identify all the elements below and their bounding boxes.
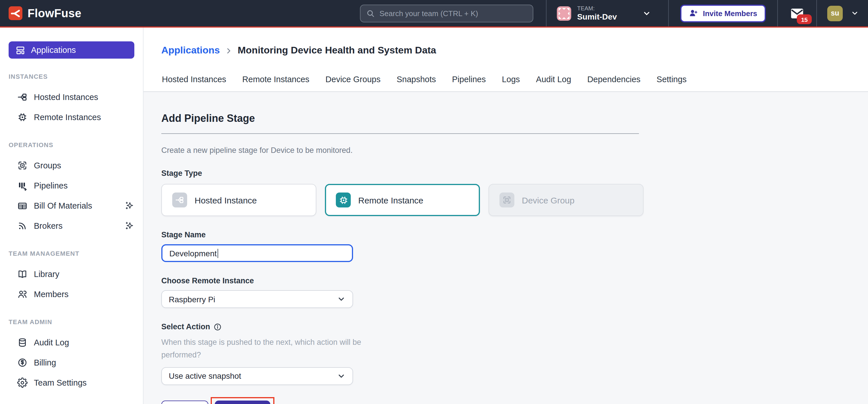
applications-icon [15, 45, 25, 55]
action-select[interactable]: Use active snapshot [161, 367, 353, 385]
sparkles-icon [124, 221, 134, 230]
sidebar-item-remote-instances[interactable]: Remote Instances [0, 107, 143, 127]
rss-icon [17, 221, 28, 231]
tab-settings[interactable]: Settings [648, 67, 694, 91]
topbar: FlowFuse [0, 0, 868, 28]
tab-hosted-instances[interactable]: Hosted Instances [154, 67, 234, 91]
hosted-instance-icon [172, 193, 187, 207]
sidebar-item-label: Members [34, 289, 69, 298]
add-stage-button[interactable]: Add Stage [215, 400, 271, 404]
sidebar-list: Audit Log Billing Team S [0, 332, 143, 393]
tab-snapshots[interactable]: Snapshots [389, 67, 444, 91]
chip-icon [17, 112, 28, 122]
table-icon [17, 200, 28, 211]
tab-pipelines[interactable]: Pipelines [444, 67, 494, 91]
tab-dependencies[interactable]: Dependencies [579, 67, 648, 91]
select-action-help: When this stage is pushed to the next, w… [161, 336, 362, 362]
form-actions: Cancel Add Stage [161, 397, 868, 404]
hosted-instance-icon [17, 92, 28, 102]
invite-members-label: Invite Members [703, 9, 757, 18]
tab-audit-log[interactable]: Audit Log [528, 67, 579, 91]
stage-type-option-label: Device Group [522, 195, 575, 205]
sidebar-item-label: Applications [31, 46, 76, 55]
brand-name: FlowFuse [28, 7, 82, 20]
annotation-highlight-box: Add Stage [211, 397, 275, 404]
stage-type-remote-instance[interactable]: Remote Instance [325, 184, 480, 216]
pipelines-icon [17, 180, 28, 191]
select-action-text: Select Action [161, 322, 210, 331]
page-title: Monitoring Device Health and System Data [238, 45, 436, 56]
user-avatar: su [827, 5, 843, 21]
book-icon [17, 269, 28, 279]
tab-remote-instances[interactable]: Remote Instances [234, 67, 317, 91]
flowfuse-logo-icon [9, 6, 22, 20]
remote-instance-label: Choose Remote Instance [161, 277, 868, 285]
stage-type-option-label: Remote Instance [358, 195, 423, 205]
chevron-down-icon [337, 295, 346, 304]
flowfuse-app: FlowFuse [0, 0, 868, 404]
device-group-icon [17, 160, 28, 170]
sidebar-list: Library Members [0, 264, 143, 304]
sidebar-item-members[interactable]: Members [0, 284, 143, 304]
team-label: TEAM: [577, 5, 617, 12]
sidebar-list: Hosted Instances Remote Instances [0, 87, 143, 127]
tab-device-groups[interactable]: Device Groups [317, 67, 389, 91]
chip-icon [336, 193, 351, 207]
sidebar-section-instances: INSTANCES [9, 73, 143, 80]
user-plus-icon [689, 9, 699, 18]
stage-type-hosted-instance[interactable]: Hosted Instance [161, 184, 316, 216]
breadcrumb: Applications Monitoring Device Health an… [161, 45, 436, 56]
sidebar-item-label: Pipelines [34, 181, 134, 190]
action-value: Use active snapshot [169, 371, 241, 380]
sidebar-section-team-management: TEAM MANAGEMENT [9, 250, 143, 257]
sidebar-item-label: Remote Instances [34, 112, 101, 121]
sidebar-item-brokers[interactable]: Brokers [0, 215, 143, 236]
flowfuse-logo[interactable]: FlowFuse [9, 0, 82, 26]
stage-name-input[interactable]: Development [161, 244, 353, 262]
dollar-icon [17, 357, 28, 368]
team-name: Sumit-Dev [577, 12, 617, 21]
database-icon [17, 337, 28, 347]
tab-logs[interactable]: Logs [494, 67, 528, 91]
add-pipeline-stage-form: Add Pipeline Stage Create a new pipeline… [144, 92, 868, 404]
sidebar-item-applications[interactable]: Applications [9, 41, 134, 59]
team-search[interactable] [360, 5, 533, 22]
invite-members-button[interactable]: Invite Members [681, 4, 766, 22]
sidebar-item-audit-log[interactable]: Audit Log [0, 332, 143, 352]
sidebar-item-bill-of-materials[interactable]: Bill Of Materials [0, 195, 143, 215]
stage-name-label: Stage Name [161, 230, 868, 239]
notifications-button[interactable]: 15 [778, 0, 816, 26]
sidebar-item-team-settings[interactable]: Team Settings [0, 372, 143, 393]
user-menu[interactable]: su [817, 0, 868, 26]
sidebar-section-team-admin: TEAM ADMIN [9, 318, 143, 325]
topbar-right: TEAM: Sumit-Dev I [546, 0, 868, 26]
breadcrumb-applications-link[interactable]: Applications [161, 45, 220, 56]
remote-instance-select[interactable]: Raspberry Pi [161, 290, 353, 308]
tab-bar: Hosted Instances Remote Instances Device… [154, 67, 694, 91]
sidebar-item-label: Groups [34, 161, 134, 170]
remote-instance-value: Raspberry Pi [169, 294, 215, 304]
sidebar-item-label: Hosted Instances [34, 92, 98, 102]
sidebar-item-label: Audit Log [34, 338, 69, 347]
info-icon[interactable] [214, 323, 222, 331]
device-group-icon [499, 193, 515, 207]
form-title: Add Pipeline Stage [161, 113, 868, 125]
select-action-label: Select Action [161, 322, 868, 331]
search-input[interactable] [379, 9, 527, 18]
sidebar-item-groups[interactable]: Groups [0, 155, 143, 175]
team-texts: TEAM: Sumit-Dev [577, 5, 617, 21]
team-switcher[interactable]: TEAM: Sumit-Dev [547, 0, 669, 26]
search-icon [366, 9, 375, 18]
stage-type-device-group: Device Group [489, 184, 644, 216]
stage-type-options: Hosted Instance Remote Instance [161, 184, 868, 216]
form-description: Create a new pipeline stage for Device t… [161, 146, 868, 154]
sidebar-item-label: Billing [34, 358, 56, 367]
sidebar-item-library[interactable]: Library [0, 264, 143, 284]
cancel-button[interactable]: Cancel [161, 400, 209, 404]
sidebar-item-billing[interactable]: Billing [0, 352, 143, 372]
invite-block: Invite Members [669, 0, 777, 26]
sidebar-section-operations: OPERATIONS [9, 141, 143, 148]
sidebar-item-pipelines[interactable]: Pipelines [0, 175, 143, 195]
sidebar-item-hosted-instances[interactable]: Hosted Instances [0, 87, 143, 107]
chevron-down-icon [642, 9, 651, 18]
